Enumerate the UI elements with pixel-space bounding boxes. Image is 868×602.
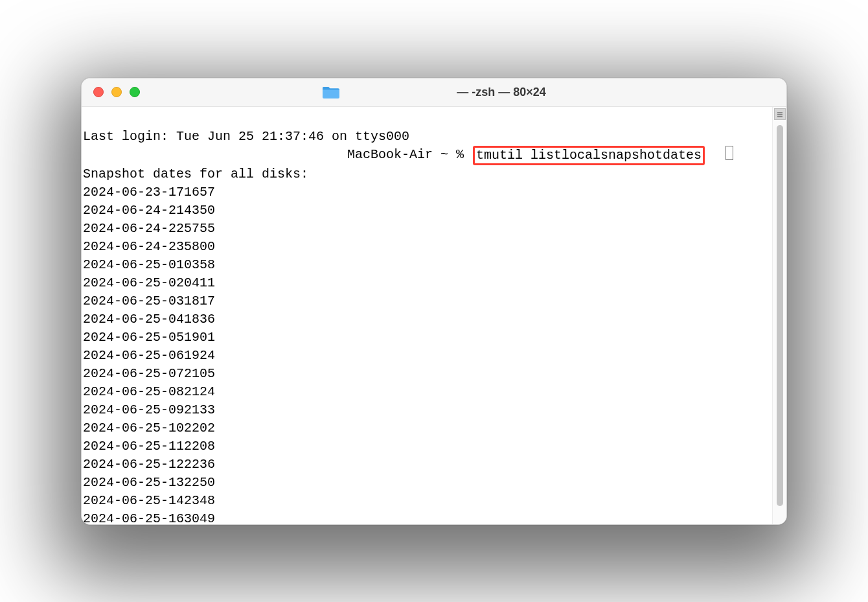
snapshot-date: 2024-06-25-142348 [83, 492, 772, 510]
window-title: — -zsh — 80×24 [457, 86, 546, 99]
snapshot-date: 2024-06-25-020411 [83, 274, 772, 292]
output-header: Snapshot dates for all disks: [83, 165, 772, 183]
snapshot-date: 2024-06-24-235800 [83, 238, 772, 256]
command-highlight: tmutil listlocalsnapshotdates [473, 146, 705, 165]
titlebar: — -zsh — 80×24 [82, 78, 786, 107]
snapshot-date: 2024-06-25-072105 [83, 365, 772, 383]
close-window-button[interactable] [93, 87, 104, 97]
prompt-line: MacBook-Air ~ % tmutil listlocalsnapshot… [83, 146, 772, 165]
snapshot-date: 2024-06-25-112208 [83, 437, 772, 456]
folder-icon [322, 85, 340, 99]
snapshot-date: 2024-06-25-132250 [83, 474, 772, 492]
scrollbar[interactable] [772, 107, 786, 524]
terminal-cursor [725, 146, 733, 160]
snapshot-date: 2024-06-25-102202 [83, 419, 772, 437]
snapshot-date: 2024-06-25-082124 [83, 383, 772, 401]
minimize-window-button[interactable] [111, 87, 122, 97]
terminal-content[interactable]: Last login: Tue Jun 25 21:37:46 on ttys0… [82, 107, 772, 524]
command-text: tmutil listlocalsnapshotdates [476, 148, 702, 163]
snapshot-date: 2024-06-25-041836 [83, 310, 772, 329]
snapshot-date: 2024-06-25-122236 [83, 456, 772, 474]
snapshot-date: 2024-06-25-031817 [83, 292, 772, 310]
scroll-options-button[interactable] [774, 108, 786, 120]
snapshot-date: 2024-06-25-061924 [83, 347, 772, 365]
snapshot-date: 2024-06-25-163049 [83, 510, 772, 524]
shell-prompt: MacBook-Air ~ % [83, 146, 472, 165]
snapshot-date: 2024-06-24-225755 [83, 220, 772, 238]
window-controls [93, 87, 140, 97]
snapshot-date: 2024-06-23-171657 [83, 183, 772, 202]
last-login-line: Last login: Tue Jun 25 21:37:46 on ttys0… [83, 128, 772, 146]
zoom-window-button[interactable] [130, 87, 140, 97]
snapshot-date: 2024-06-25-051901 [83, 329, 772, 347]
terminal-window: — -zsh — 80×24 Last login: Tue Jun 25 21… [81, 78, 787, 525]
snapshot-date: 2024-06-25-092133 [83, 401, 772, 419]
scroll-thumb[interactable] [777, 125, 783, 506]
snapshot-date: 2024-06-25-010358 [83, 256, 772, 274]
snapshot-date: 2024-06-24-214350 [83, 202, 772, 220]
